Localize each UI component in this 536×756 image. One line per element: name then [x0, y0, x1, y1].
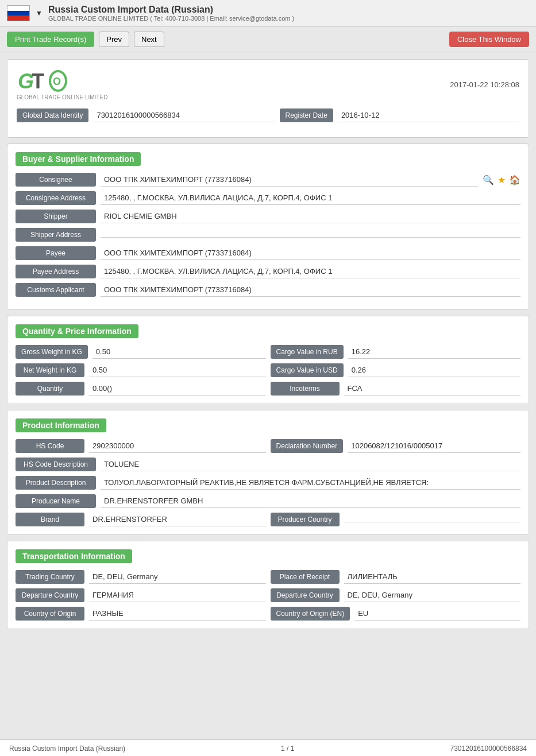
cargo-rub-label: Cargo Value in RUB [271, 345, 344, 359]
shipper-row: Shipper RIOL CHEMIE GMBH [16, 210, 520, 223]
hs-code-group: HS Code 2902300000 [16, 439, 266, 453]
product-desc-label: Product Description [16, 476, 96, 490]
declaration-group: Declaration Number 10206082/121016/00050… [271, 439, 521, 453]
record-date: 2017-01-22 10:28:08 [450, 80, 519, 89]
trading-country-group: Trading Country DE, DEU, Germany [16, 570, 266, 584]
product-section: Product Information HS Code 2902300000 D… [7, 410, 529, 535]
cargo-usd-label: Cargo Value in USD [271, 363, 344, 377]
cargo-usd-value: 0.26 [348, 363, 520, 377]
gross-weight-value: 0.50 [92, 345, 266, 359]
hs-code-desc-label: HS Code Description [16, 458, 96, 471]
consignee-address-row: Consignee Address 125480, , Г.МОСКВА, УЛ… [16, 191, 520, 205]
product-title: Product Information [16, 418, 106, 432]
home-icon[interactable]: 🏠 [509, 175, 520, 185]
producer-name-label: Producer Name [16, 494, 96, 508]
country-origin-en-value: EU [354, 607, 520, 621]
trading-country-label: Trading Country [16, 570, 84, 584]
cargo-usd-group: Cargo Value in USD 0.26 [271, 363, 521, 377]
producer-name-row: Producer Name DR.EHRENSTORFER GMBH [16, 494, 520, 508]
hs-code-desc-row: HS Code Description TOLUENE [16, 458, 520, 471]
qp-row2: Net Weight in KG 0.50 Cargo Value in USD… [16, 363, 520, 377]
close-button[interactable]: Close This Window [449, 32, 529, 47]
shipper-address-row: Shipper Address [16, 228, 520, 242]
consignee-value: ООО ТПК ХИМТЕХИМПОРТ (7733716084) [101, 173, 478, 187]
register-date-value: 2016-10-12 [338, 108, 519, 122]
logo-svg: G T O [17, 69, 68, 93]
shipper-value: RIOL CHEMIE GMBH [101, 210, 520, 223]
prev-button[interactable]: Prev [99, 32, 129, 47]
incoterms-value: FCA [344, 382, 521, 396]
departure-country-value: ГЕРМАНИЯ [89, 588, 266, 602]
country-origin-en-group: Country of Origin (EN) EU [271, 607, 521, 621]
net-weight-label: Net Weight in KG [16, 363, 84, 377]
footer-left: Russia Custom Import Data (Russian) [9, 745, 125, 753]
country-origin-en-label: Country of Origin (EN) [271, 607, 350, 621]
consignee-row: Consignee ООО ТПК ХИМТЕХИМПОРТ (77337160… [16, 173, 520, 187]
star-icon[interactable]: ★ [498, 175, 506, 185]
producer-country-group: Producer Country [271, 513, 521, 526]
trans-row1: Trading Country DE, DEU, Germany Place o… [16, 570, 520, 584]
producer-name-value: DR.EHRENSTORFER GMBH [101, 494, 520, 508]
incoterms-label: Incoterms [271, 382, 340, 396]
departure-country-en-label: Departure Country [271, 588, 340, 602]
declaration-number-value: 10206082/121016/0005017 [348, 439, 520, 453]
qp-row1: Gross Weight in KG 0.50 Cargo Value in R… [16, 345, 520, 359]
logo-area: G T O GLOBAL TRADE ONLINE LIMITED [17, 69, 107, 100]
app-title: Russia Custom Import Data (Russian) [48, 5, 294, 15]
country-origin-label: Country of Origin [16, 607, 84, 621]
print-button[interactable]: Print Trade Record(s) [7, 32, 94, 47]
dropdown-arrow[interactable]: ▼ [36, 9, 43, 17]
identity-row: Global Data Identity 7301201610000056683… [17, 108, 519, 122]
customs-applicant-row: Customs Applicant ООО ТПК ХИМТЕХИМПОРТ (… [16, 283, 520, 297]
record-header: G T O GLOBAL TRADE ONLINE LIMITED 2017-0… [17, 69, 519, 100]
net-weight-value: 0.50 [89, 363, 266, 377]
quantity-label: Quantity [16, 382, 84, 396]
app-header: ▼ Russia Custom Import Data (Russian) GL… [0, 0, 536, 27]
producer-country-value [344, 517, 521, 522]
payee-address-label: Payee Address [16, 265, 96, 278]
shipper-address-value [101, 232, 520, 238]
departure-country-en-value: DE, DEU, Germany [344, 588, 521, 602]
producer-country-label: Producer Country [271, 513, 340, 526]
declaration-number-label: Declaration Number [271, 439, 344, 453]
transportation-section: Transportation Information Trading Count… [7, 541, 529, 629]
page-footer: Russia Custom Import Data (Russian) 1 / … [0, 739, 536, 756]
brand-value: DR.EHRENSTORFER [89, 513, 266, 526]
departure-country-group: Departure Country ГЕРМАНИЯ [16, 588, 266, 602]
toolbar: Print Trade Record(s) Prev Next Close Th… [0, 27, 536, 52]
shipper-label: Shipper [16, 210, 96, 223]
quantity-value: 0.00() [89, 382, 266, 396]
next-button[interactable]: Next [134, 32, 164, 47]
payee-row: Payee ООО ТПК ХИМТЕХИМПОРТ (7733716084) [16, 246, 520, 260]
consignee-label: Consignee [16, 173, 96, 187]
record-card: G T O GLOBAL TRADE ONLINE LIMITED 2017-0… [7, 59, 529, 138]
content-area: G T O GLOBAL TRADE ONLINE LIMITED 2017-0… [0, 52, 536, 739]
country-origin-group: Country of Origin РАЗНЫЕ [16, 607, 266, 621]
net-weight-group: Net Weight in KG 0.50 [16, 363, 266, 377]
app-subtitle: GLOBAL TRADE ONLINE LIMITED ( Tel: 400-7… [48, 15, 294, 22]
register-date-label: Register Date [280, 108, 333, 122]
transportation-title: Transportation Information [16, 549, 132, 563]
place-receipt-group: Place of Receipt ЛИЛИЕНТАЛЬ [271, 570, 521, 584]
logo-subtitle: GLOBAL TRADE ONLINE LIMITED [17, 94, 107, 100]
global-data-identity-value: 73012016100000566834 [93, 108, 275, 122]
departure-country-label: Departure Country [16, 588, 84, 602]
footer-center: 1 / 1 [281, 745, 294, 753]
departure-country-en-group: Departure Country DE, DEU, Germany [271, 588, 521, 602]
product-desc-row: Product Description ТОЛУОЛ.ЛАБОРАТОРНЫЙ … [16, 476, 520, 490]
hs-code-value: 2902300000 [89, 439, 266, 453]
svg-text:O: O [53, 76, 61, 87]
cargo-rub-value: 16.22 [348, 345, 520, 359]
quantity-price-title: Quantity & Price Information [16, 324, 138, 338]
footer-right: 73012016100000566834 [450, 745, 527, 753]
search-icon[interactable]: 🔍 [483, 175, 494, 185]
country-origin-value: РАЗНЫЕ [89, 607, 266, 621]
incoterms-group: Incoterms FCA [271, 382, 521, 396]
place-receipt-value: ЛИЛИЕНТАЛЬ [344, 570, 521, 584]
prod-row1: HS Code 2902300000 Declaration Number 10… [16, 439, 520, 453]
buyer-supplier-section: Buyer & Supplier Information Consignee О… [7, 144, 529, 310]
payee-address-row: Payee Address 125480, , Г.МОСКВА, УЛ.ВИЛ… [16, 265, 520, 278]
customs-applicant-label: Customs Applicant [16, 283, 96, 297]
payee-label: Payee [16, 246, 96, 260]
brand-group: Brand DR.EHRENSTORFER [16, 513, 266, 526]
